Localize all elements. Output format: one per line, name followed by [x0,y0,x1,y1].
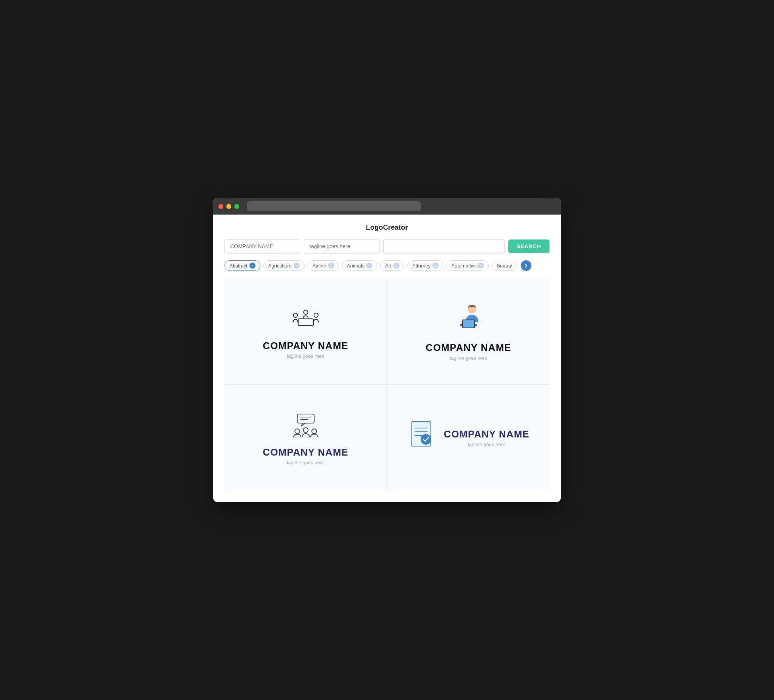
logo-grid: COMPANY NAME tagline goes here [225,278,549,491]
logo-3-tagline: tagline goes here [287,460,325,466]
logo-card-2[interactable]: COMPANY NAME tagline goes here [387,278,549,384]
filter-attorney-label: Attorney [412,263,430,269]
filter-animals[interactable]: Animals ✓ [342,260,377,271]
app-title: LogoCreator [225,224,549,231]
logo-4-text-group: COMPANY NAME tagline goes here [444,428,529,447]
svg-point-18 [421,434,431,445]
svg-rect-8 [297,414,314,423]
svg-point-3 [303,310,308,314]
filter-attorney-check: ✓ [432,262,438,269]
svg-rect-7 [463,320,474,328]
logo-card-4[interactable]: COMPANY NAME tagline goes here [387,385,549,491]
filter-abstract-label: Abstract [230,263,248,269]
filter-abstract-check: ✓ [250,262,255,269]
url-bar[interactable] [247,201,421,211]
svg-point-2 [314,313,318,317]
svg-point-11 [295,429,300,434]
filter-airline-label: Airline [313,263,326,269]
logo-1-icon [291,304,321,334]
filter-next-button[interactable] [521,260,531,271]
logo-3-company-name: COMPANY NAME [263,447,348,458]
filter-agriculture-check: ✓ [294,262,300,269]
logo-card-3[interactable]: COMPANY NAME tagline goes here [225,385,387,491]
filter-animals-label: Animals [347,263,364,269]
logo-4-icon [407,420,438,450]
filter-animals-check: ✓ [366,262,372,269]
logo-2-tagline: tagline goes here [450,355,488,361]
arrow-right-icon [524,263,528,268]
logo-card-1[interactable]: COMPANY NAME tagline goes here [225,278,387,384]
search-button[interactable]: SEARCH [508,239,549,253]
browser-titlebar [213,198,561,215]
filter-art-check: ✓ [394,262,399,269]
browser-window: LogoCreator SEARCH Abstract ✓ Agricultur… [213,198,561,502]
filter-automotive-label: Automotive [451,263,476,269]
filter-airline[interactable]: Airline ✓ [308,260,339,271]
svg-rect-0 [298,319,313,326]
category-filters: Abstract ✓ Agriculture ✓ Airline ✓ Anima… [225,260,549,271]
filter-abstract[interactable]: Abstract ✓ [225,260,260,271]
filter-art-label: Art [385,263,392,269]
keyword-input[interactable] [383,239,504,253]
logo-1-company-name: COMPANY NAME [263,340,348,352]
filter-automotive[interactable]: Automotive ✓ [447,260,489,271]
maximize-button[interactable] [234,204,239,209]
logo-3-icon [291,410,321,441]
filter-agriculture-label: Agriculture [268,263,292,269]
filter-attorney[interactable]: Attorney ✓ [407,260,443,271]
logo-2-icon [453,302,484,336]
logo-1-tagline: tagline goes here [287,353,325,359]
close-button[interactable] [218,204,223,209]
filter-beauty-label: Beauty [496,263,512,269]
filter-art[interactable]: Art ✓ [380,260,404,271]
minimize-button[interactable] [227,204,231,209]
app-content: LogoCreator SEARCH Abstract ✓ Agricultur… [213,215,561,502]
filter-agriculture[interactable]: Agriculture ✓ [263,260,304,271]
tagline-input[interactable] [304,239,379,253]
company-name-input[interactable] [225,239,300,253]
filter-automotive-check: ✓ [478,262,484,269]
logo-4-company-name: COMPANY NAME [444,428,529,440]
logo-4-tagline: tagline goes here [444,442,529,447]
svg-point-13 [312,429,317,434]
svg-point-12 [303,428,308,433]
filter-beauty[interactable]: Beauty [492,261,517,271]
filter-airline-check: ✓ [328,262,334,269]
logo-2-company-name: COMPANY NAME [425,342,511,353]
svg-point-1 [293,313,298,317]
search-bar: SEARCH [225,239,549,253]
